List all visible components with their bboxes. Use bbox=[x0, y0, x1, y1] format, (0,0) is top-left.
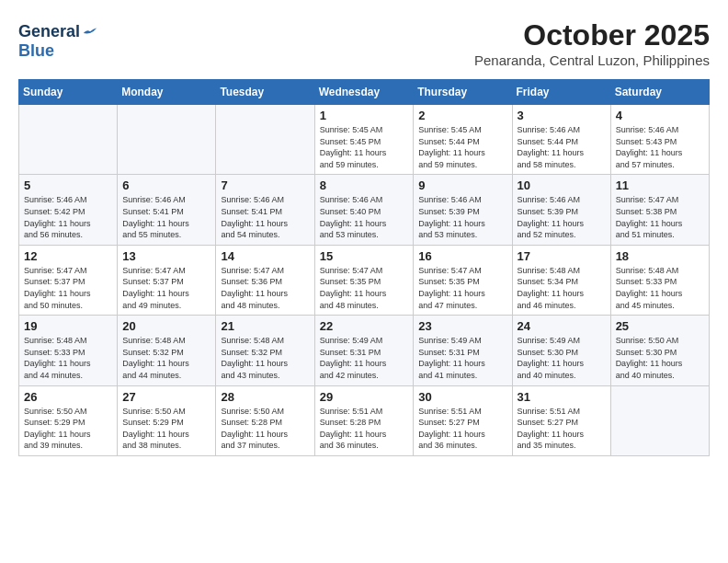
day-info: Sunrise: 5:50 AMSunset: 5:29 PMDaylight:… bbox=[122, 406, 210, 452]
day-info: Sunrise: 5:46 AMSunset: 5:41 PMDaylight:… bbox=[221, 194, 309, 240]
day-info: Sunrise: 5:48 AMSunset: 5:32 PMDaylight:… bbox=[221, 335, 309, 381]
day-number: 3 bbox=[518, 109, 606, 122]
calendar-day-cell bbox=[216, 105, 314, 175]
day-info: Sunrise: 5:47 AMSunset: 5:35 PMDaylight:… bbox=[418, 265, 506, 311]
calendar-day-cell: 12Sunrise: 5:47 AMSunset: 5:37 PMDayligh… bbox=[19, 245, 118, 315]
weekday-header-tuesday: Tuesday bbox=[216, 80, 314, 105]
calendar-day-cell: 13Sunrise: 5:47 AMSunset: 5:37 PMDayligh… bbox=[118, 245, 216, 315]
day-info: Sunrise: 5:47 AMSunset: 5:38 PMDaylight:… bbox=[616, 194, 704, 240]
day-number: 21 bbox=[221, 319, 309, 333]
day-number: 10 bbox=[518, 178, 606, 192]
calendar-day-cell: 3Sunrise: 5:46 AMSunset: 5:44 PMDaylight… bbox=[512, 105, 610, 175]
day-info: Sunrise: 5:46 AMSunset: 5:43 PMDaylight:… bbox=[616, 124, 704, 170]
day-info: Sunrise: 5:47 AMSunset: 5:37 PMDaylight:… bbox=[122, 265, 210, 311]
day-number: 30 bbox=[418, 390, 506, 404]
day-number: 2 bbox=[418, 109, 506, 122]
calendar-day-cell: 31Sunrise: 5:51 AMSunset: 5:27 PMDayligh… bbox=[512, 385, 610, 455]
calendar-day-cell: 18Sunrise: 5:48 AMSunset: 5:33 PMDayligh… bbox=[610, 245, 709, 315]
day-number: 17 bbox=[518, 249, 606, 263]
day-info: Sunrise: 5:50 AMSunset: 5:28 PMDaylight:… bbox=[221, 406, 309, 452]
calendar-day-cell: 21Sunrise: 5:48 AMSunset: 5:32 PMDayligh… bbox=[216, 316, 314, 385]
day-info: Sunrise: 5:48 AMSunset: 5:33 PMDaylight:… bbox=[616, 265, 704, 311]
calendar-day-cell: 17Sunrise: 5:48 AMSunset: 5:34 PMDayligh… bbox=[512, 245, 610, 315]
calendar-day-cell: 15Sunrise: 5:47 AMSunset: 5:35 PMDayligh… bbox=[314, 245, 414, 315]
calendar-week-row: 19Sunrise: 5:48 AMSunset: 5:33 PMDayligh… bbox=[19, 316, 710, 385]
calendar-day-cell: 26Sunrise: 5:50 AMSunset: 5:29 PMDayligh… bbox=[19, 385, 118, 455]
logo: General Blue bbox=[18, 22, 98, 61]
day-number: 12 bbox=[24, 249, 112, 263]
day-number: 26 bbox=[24, 390, 112, 404]
day-number: 5 bbox=[24, 178, 112, 192]
calendar-day-cell: 22Sunrise: 5:49 AMSunset: 5:31 PMDayligh… bbox=[314, 316, 414, 385]
weekday-header-saturday: Saturday bbox=[610, 80, 709, 105]
day-info: Sunrise: 5:46 AMSunset: 5:40 PMDaylight:… bbox=[320, 194, 409, 240]
day-number: 8 bbox=[320, 178, 409, 192]
calendar-day-cell: 10Sunrise: 5:46 AMSunset: 5:39 PMDayligh… bbox=[512, 175, 610, 245]
day-info: Sunrise: 5:48 AMSunset: 5:33 PMDaylight:… bbox=[24, 335, 112, 381]
calendar-day-cell: 11Sunrise: 5:47 AMSunset: 5:38 PMDayligh… bbox=[610, 175, 709, 245]
day-info: Sunrise: 5:51 AMSunset: 5:27 PMDaylight:… bbox=[518, 406, 606, 452]
weekday-header-friday: Friday bbox=[512, 80, 610, 105]
day-info: Sunrise: 5:46 AMSunset: 5:41 PMDaylight:… bbox=[122, 194, 210, 240]
day-number: 13 bbox=[122, 249, 210, 263]
day-number: 29 bbox=[320, 390, 409, 404]
calendar-week-row: 1Sunrise: 5:45 AMSunset: 5:45 PMDaylight… bbox=[19, 105, 710, 175]
day-info: Sunrise: 5:50 AMSunset: 5:30 PMDaylight:… bbox=[616, 335, 704, 381]
day-number: 28 bbox=[221, 390, 309, 404]
calendar-day-cell: 29Sunrise: 5:51 AMSunset: 5:28 PMDayligh… bbox=[314, 385, 414, 455]
weekday-header-thursday: Thursday bbox=[414, 80, 512, 105]
day-info: Sunrise: 5:46 AMSunset: 5:39 PMDaylight:… bbox=[518, 194, 606, 240]
calendar-day-cell: 23Sunrise: 5:49 AMSunset: 5:31 PMDayligh… bbox=[414, 316, 512, 385]
logo-general: General bbox=[18, 22, 80, 40]
calendar-day-cell: 24Sunrise: 5:49 AMSunset: 5:30 PMDayligh… bbox=[512, 316, 610, 385]
calendar-day-cell: 27Sunrise: 5:50 AMSunset: 5:29 PMDayligh… bbox=[118, 385, 216, 455]
calendar-day-cell: 1Sunrise: 5:45 AMSunset: 5:45 PMDaylight… bbox=[314, 105, 414, 175]
day-number: 20 bbox=[122, 319, 210, 333]
calendar-table: SundayMondayTuesdayWednesdayThursdayFrid… bbox=[18, 79, 710, 456]
logo-blue: Blue bbox=[18, 41, 54, 60]
calendar-day-cell: 4Sunrise: 5:46 AMSunset: 5:43 PMDaylight… bbox=[610, 105, 709, 175]
day-info: Sunrise: 5:46 AMSunset: 5:44 PMDaylight:… bbox=[518, 124, 606, 170]
day-info: Sunrise: 5:46 AMSunset: 5:42 PMDaylight:… bbox=[24, 194, 112, 240]
day-info: Sunrise: 5:48 AMSunset: 5:34 PMDaylight:… bbox=[518, 265, 606, 311]
logo-bird-icon bbox=[82, 27, 98, 40]
day-number: 14 bbox=[221, 249, 309, 263]
calendar-day-cell: 28Sunrise: 5:50 AMSunset: 5:28 PMDayligh… bbox=[216, 385, 314, 455]
weekday-header-wednesday: Wednesday bbox=[314, 80, 414, 105]
calendar-day-cell bbox=[118, 105, 216, 175]
day-info: Sunrise: 5:47 AMSunset: 5:35 PMDaylight:… bbox=[320, 265, 409, 311]
day-info: Sunrise: 5:49 AMSunset: 5:31 PMDaylight:… bbox=[320, 335, 409, 381]
calendar-week-row: 5Sunrise: 5:46 AMSunset: 5:42 PMDaylight… bbox=[19, 175, 710, 245]
calendar-week-row: 12Sunrise: 5:47 AMSunset: 5:37 PMDayligh… bbox=[19, 245, 710, 315]
day-number: 6 bbox=[122, 178, 210, 192]
day-info: Sunrise: 5:51 AMSunset: 5:28 PMDaylight:… bbox=[320, 406, 409, 452]
day-info: Sunrise: 5:47 AMSunset: 5:36 PMDaylight:… bbox=[221, 265, 309, 311]
day-number: 24 bbox=[518, 319, 606, 333]
day-info: Sunrise: 5:49 AMSunset: 5:31 PMDaylight:… bbox=[418, 335, 506, 381]
calendar-day-cell: 14Sunrise: 5:47 AMSunset: 5:36 PMDayligh… bbox=[216, 245, 314, 315]
day-number: 16 bbox=[418, 249, 506, 263]
day-info: Sunrise: 5:46 AMSunset: 5:39 PMDaylight:… bbox=[418, 194, 506, 240]
calendar-day-cell: 5Sunrise: 5:46 AMSunset: 5:42 PMDaylight… bbox=[19, 175, 118, 245]
calendar-week-row: 26Sunrise: 5:50 AMSunset: 5:29 PMDayligh… bbox=[19, 385, 710, 455]
day-number: 11 bbox=[616, 178, 704, 192]
day-number: 22 bbox=[320, 319, 409, 333]
day-number: 19 bbox=[24, 319, 112, 333]
day-info: Sunrise: 5:49 AMSunset: 5:30 PMDaylight:… bbox=[518, 335, 606, 381]
day-info: Sunrise: 5:45 AMSunset: 5:44 PMDaylight:… bbox=[418, 124, 506, 170]
calendar-day-cell: 19Sunrise: 5:48 AMSunset: 5:33 PMDayligh… bbox=[19, 316, 118, 385]
calendar-day-cell: 20Sunrise: 5:48 AMSunset: 5:32 PMDayligh… bbox=[118, 316, 216, 385]
day-number: 27 bbox=[122, 390, 210, 404]
day-info: Sunrise: 5:50 AMSunset: 5:29 PMDaylight:… bbox=[24, 406, 112, 452]
calendar-day-cell bbox=[610, 385, 709, 455]
calendar-header: October 2025 Penaranda, Central Luzon, P… bbox=[18, 18, 710, 68]
day-number: 23 bbox=[418, 319, 506, 333]
calendar-day-cell: 2Sunrise: 5:45 AMSunset: 5:44 PMDaylight… bbox=[414, 105, 512, 175]
weekday-header-row: SundayMondayTuesdayWednesdayThursdayFrid… bbox=[19, 80, 710, 105]
day-info: Sunrise: 5:47 AMSunset: 5:37 PMDaylight:… bbox=[24, 265, 112, 311]
calendar-day-cell: 7Sunrise: 5:46 AMSunset: 5:41 PMDaylight… bbox=[216, 175, 314, 245]
calendar-day-cell bbox=[19, 105, 118, 175]
weekday-header-monday: Monday bbox=[118, 80, 216, 105]
calendar-day-cell: 25Sunrise: 5:50 AMSunset: 5:30 PMDayligh… bbox=[610, 316, 709, 385]
day-number: 15 bbox=[320, 249, 409, 263]
